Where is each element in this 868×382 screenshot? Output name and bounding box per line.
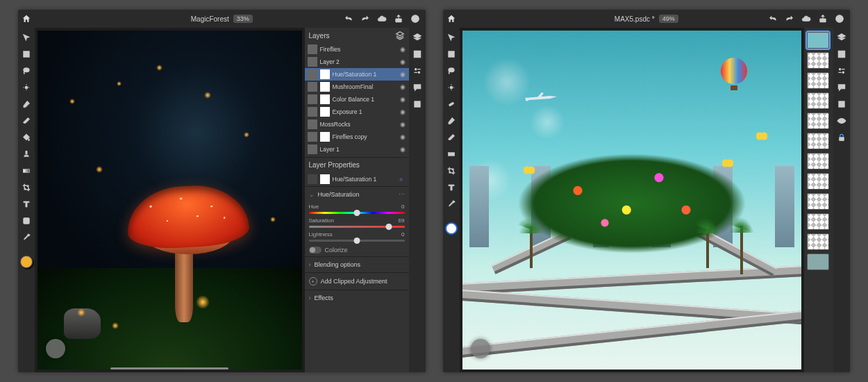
properties-icon[interactable] (836, 65, 847, 76)
zoom-badge[interactable]: 33% (233, 15, 253, 23)
redo-icon[interactable] (785, 14, 794, 24)
cloud-icon[interactable] (801, 14, 811, 24)
properties-icon[interactable] (412, 65, 423, 76)
comments-icon[interactable] (836, 82, 847, 93)
home-button[interactable] (443, 14, 460, 24)
blending-options[interactable]: Blending options (305, 256, 409, 272)
undo-icon[interactable] (344, 14, 353, 24)
colorize-switch[interactable] (309, 247, 322, 254)
quick-select-tool[interactable] (446, 82, 457, 93)
add-layer-icon[interactable] (412, 99, 423, 110)
hue-slider[interactable] (309, 212, 405, 214)
layer-thumbnail[interactable] (807, 113, 829, 129)
effects-section[interactable]: Effects (305, 290, 409, 306)
touch-shortcut[interactable] (46, 339, 65, 358)
lasso-tool[interactable] (21, 65, 32, 76)
crop-tool[interactable] (21, 182, 32, 193)
layer-row[interactable]: Layer 1◉ (305, 143, 409, 156)
undo-icon[interactable] (768, 14, 778, 24)
add-clipped-adjustment[interactable]: +Add Clipped Adjustment (305, 272, 409, 290)
layer-actions-icon[interactable] (836, 49, 847, 60)
layer-thumbnail[interactable] (807, 233, 829, 250)
eraser-tool[interactable] (446, 132, 457, 143)
brush-tool[interactable] (21, 99, 32, 110)
layer-row[interactable]: Exposure 1◉ (305, 106, 409, 118)
visibility-toggle[interactable]: ◉ (399, 46, 406, 53)
visibility-toggle[interactable]: ◉ (399, 58, 406, 65)
comments-icon[interactable] (412, 82, 423, 93)
lock-icon[interactable] (836, 132, 847, 143)
visibility-toggle[interactable]: ◉ (399, 146, 406, 153)
canvas-area[interactable] (460, 28, 805, 372)
layer-thumbnail[interactable] (807, 52, 829, 69)
cloud-icon[interactable] (377, 14, 387, 24)
layers-icon[interactable] (836, 32, 847, 43)
canvas-area[interactable] (35, 28, 305, 372)
type-tool[interactable] (446, 182, 457, 193)
move-tool[interactable] (21, 32, 32, 43)
visibility-icon[interactable] (836, 115, 847, 126)
visibility-toggle[interactable]: ◉ (399, 96, 406, 103)
visibility-toggle[interactable]: ◉ (399, 83, 406, 90)
eyedropper-tool[interactable] (21, 232, 32, 243)
quick-select-tool[interactable] (21, 82, 32, 93)
lightness-slider[interactable] (309, 240, 405, 242)
saturation-slider[interactable] (309, 226, 405, 228)
share-icon[interactable] (394, 14, 403, 24)
layer-row[interactable]: Hue/Saturation 1◉ (305, 68, 409, 81)
transform-tool[interactable] (446, 49, 457, 60)
layer-thumbnail[interactable] (807, 193, 829, 210)
spot-heal-tool[interactable] (446, 99, 457, 110)
hue-saturation-section[interactable]: ⌄ Hue/Saturation ⋯ (305, 186, 409, 202)
eraser-tool[interactable] (21, 115, 32, 126)
clone-tool[interactable] (21, 149, 32, 160)
brush-tool[interactable] (446, 115, 457, 126)
add-layer-icon[interactable] (836, 99, 847, 110)
layer-thumbnail[interactable] (807, 153, 829, 169)
layers-icon[interactable] (412, 32, 423, 43)
help-icon[interactable] (410, 14, 420, 24)
eyedropper-tool[interactable] (446, 199, 457, 210)
layer-thumbnail[interactable] (807, 72, 829, 89)
layer-row[interactable]: MushroomFinal◉ (305, 81, 409, 93)
share-icon[interactable] (818, 14, 828, 24)
visibility-toggle[interactable]: ◉ (399, 121, 406, 128)
crop-tool[interactable] (446, 165, 457, 176)
colorize-toggle-row[interactable]: Colorize (305, 244, 409, 256)
canvas[interactable] (462, 31, 801, 369)
layer-row[interactable]: Color Balance 1◉ (305, 93, 409, 106)
fill-tool[interactable] (21, 132, 32, 143)
zoom-badge[interactable]: 49% (659, 15, 678, 23)
gradient-tool[interactable] (21, 165, 32, 176)
foreground-color-chip[interactable] (20, 256, 33, 268)
layer-thumbnail[interactable] (807, 213, 829, 230)
foreground-color-chip[interactable] (445, 222, 458, 235)
home-button[interactable] (18, 14, 35, 24)
layer-thumbnail[interactable] (807, 92, 829, 109)
layer-row[interactable]: MossRocks◉ (305, 118, 409, 131)
layer-actions-icon[interactable] (412, 49, 423, 60)
shape-tool[interactable] (21, 215, 32, 226)
visibility-toggle[interactable]: ◉ (399, 71, 406, 78)
lasso-tool[interactable] (446, 65, 457, 76)
touch-shortcut[interactable] (471, 339, 490, 358)
layer-row[interactable]: Layer 2◉ (305, 56, 409, 68)
gradient-tool[interactable] (446, 149, 457, 160)
layer-thumbnail[interactable] (807, 133, 829, 149)
visibility-toggle[interactable]: ◉ (399, 108, 406, 115)
layer-thumbnail[interactable] (807, 254, 829, 270)
canvas[interactable] (37, 31, 302, 369)
layer-thumbnail[interactable] (807, 173, 829, 190)
layers-stack-icon[interactable] (395, 31, 405, 40)
move-tool[interactable] (446, 32, 457, 43)
transform-tool[interactable] (21, 49, 32, 60)
layer-row[interactable]: Fireflies◉ (305, 43, 409, 56)
svg-point-17 (450, 86, 453, 89)
link-icon[interactable]: ⟐ (397, 174, 406, 184)
help-icon[interactable] (835, 14, 844, 24)
layer-thumbnail[interactable] (807, 32, 829, 49)
layer-row[interactable]: Fireflies copy◉ (305, 131, 409, 143)
redo-icon[interactable] (360, 14, 370, 24)
type-tool[interactable] (21, 199, 32, 210)
visibility-toggle[interactable]: ◉ (399, 133, 406, 140)
